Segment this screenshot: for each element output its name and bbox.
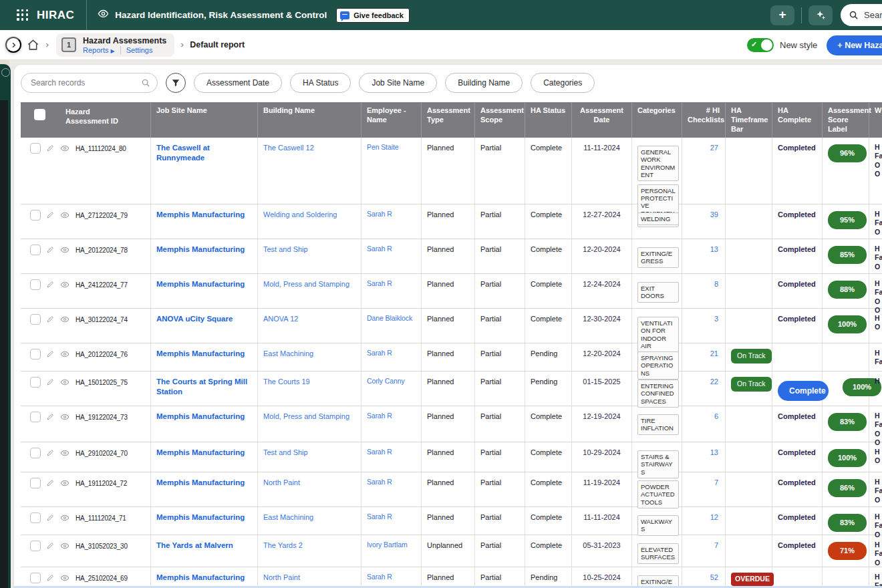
checklist-count-link[interactable]: 13 (688, 448, 720, 457)
column-header-employee[interactable]: Employee - Name (361, 102, 422, 138)
edit-pencil-icon[interactable] (46, 478, 55, 487)
building-link[interactable]: Welding and Soldering (263, 210, 337, 218)
reports-link[interactable]: Reports▶ (83, 46, 115, 54)
view-eye-icon[interactable] (60, 245, 69, 255)
checklist-count-link[interactable]: 7 (688, 541, 720, 550)
building-link[interactable]: Test and Ship (263, 448, 308, 456)
column-header-type[interactable]: Assessment Type (422, 102, 475, 138)
column-header-date[interactable]: Assessment Date (572, 102, 632, 138)
add-button[interactable]: + (770, 5, 794, 25)
edit-pencil-icon[interactable] (46, 349, 55, 358)
column-header-status[interactable]: HA Status (525, 102, 572, 138)
global-search-input[interactable]: Search this... (841, 4, 882, 26)
edit-pencil-icon[interactable] (46, 144, 55, 152)
filter-button[interactable] (166, 73, 186, 93)
building-link[interactable]: Mold, Press and Stamping (263, 280, 349, 288)
building-link[interactable]: East Machining (263, 349, 313, 357)
checklist-count-link[interactable]: 12 (688, 512, 720, 522)
building-link[interactable]: The Courts 19 (263, 378, 310, 386)
edit-pencil-icon[interactable] (46, 513, 55, 522)
row-checkbox[interactable] (30, 512, 41, 523)
view-eye-icon[interactable] (60, 349, 69, 359)
view-eye-icon[interactable] (60, 478, 69, 488)
building-link[interactable]: Mold, Press and Stamping (263, 412, 349, 420)
row-checkbox[interactable] (30, 245, 41, 255)
column-header-scope[interactable]: Assessment Scope (475, 102, 525, 138)
job-site-link[interactable]: The Caswell at Runnymeade (156, 144, 210, 162)
give-feedback-button[interactable]: Give feedback (336, 8, 410, 23)
building-link[interactable]: Test and Ship (263, 245, 308, 253)
search-records-input[interactable]: Search records (21, 73, 158, 93)
filter-pill-assessment-date[interactable]: Assessment Date (194, 73, 282, 93)
column-header-timeframe[interactable]: HA Timeframe Bar (726, 102, 772, 138)
building-link[interactable]: East Machining (263, 513, 313, 521)
checklist-count-link[interactable]: 21 (688, 349, 720, 358)
row-checkbox[interactable] (30, 279, 41, 290)
column-header-w[interactable]: W (869, 102, 882, 138)
select-all-checkbox[interactable] (34, 109, 45, 120)
row-checkbox[interactable] (30, 573, 41, 583)
view-eye-icon[interactable] (60, 378, 69, 387)
filter-pill-ha-status[interactable]: HA Status (290, 73, 351, 93)
job-site-link[interactable]: Memphis Manufacturing (156, 448, 245, 456)
filter-pill-job-site-name[interactable]: Job Site Name (359, 73, 437, 93)
app-grid-icon[interactable] (17, 9, 29, 21)
job-site-link[interactable]: Memphis Manufacturing (156, 513, 245, 521)
row-checkbox[interactable] (30, 448, 41, 458)
column-header-building[interactable]: Building Name (258, 102, 361, 138)
job-site-link[interactable]: Memphis Manufacturing (156, 478, 245, 486)
column-header-categories[interactable]: Categories (632, 102, 682, 138)
checklist-count-link[interactable]: 39 (688, 210, 720, 219)
edit-pencil-icon[interactable] (46, 315, 55, 323)
employee-link[interactable]: Sarah R (367, 512, 392, 521)
employee-link[interactable]: Sarah R (367, 478, 392, 486)
building-link[interactable]: The Caswell 12 (263, 144, 314, 152)
home-icon[interactable] (27, 39, 39, 51)
checklist-count-link[interactable]: 7 (688, 478, 720, 487)
column-header-score[interactable]: Assessment Score Label (823, 102, 869, 138)
view-eye-icon[interactable] (60, 210, 69, 220)
view-eye-icon[interactable] (60, 280, 69, 289)
edit-pencil-icon[interactable] (46, 412, 55, 421)
row-checkbox[interactable] (30, 412, 41, 422)
row-checkbox[interactable] (30, 541, 41, 551)
checklist-count-link[interactable]: 22 (688, 377, 720, 386)
employee-link[interactable]: Sarah R (367, 245, 392, 253)
employee-link[interactable]: Sarah R (367, 573, 392, 581)
checklist-count-link[interactable]: 13 (688, 245, 720, 254)
building-link[interactable]: The Yards 2 (263, 541, 303, 549)
row-checkbox[interactable] (30, 349, 41, 359)
view-eye-icon[interactable] (60, 448, 69, 458)
row-checkbox[interactable] (30, 210, 41, 220)
row-checkbox[interactable] (30, 143, 41, 154)
complete-button[interactable]: Complete (778, 381, 829, 401)
job-site-link[interactable]: ANOVA uCity Square (156, 315, 233, 323)
job-site-link[interactable]: Memphis Manufacturing (156, 210, 245, 218)
checklist-count-link[interactable]: 27 (688, 143, 720, 152)
edit-pencil-icon[interactable] (46, 573, 55, 582)
building-link[interactable]: ANOVA 12 (263, 315, 298, 323)
checklist-count-link[interactable]: 52 (688, 573, 720, 582)
job-site-link[interactable]: Memphis Manufacturing (156, 412, 245, 420)
employee-link[interactable]: Ivory Bartlam (367, 541, 408, 549)
edit-pencil-icon[interactable] (46, 448, 55, 457)
sidebar-expand-icon[interactable] (1, 68, 10, 77)
filter-pill-categories[interactable]: Categories (531, 73, 595, 93)
column-header-select_id[interactable]: Hazard Assessment ID (21, 102, 151, 138)
building-link[interactable]: North Paint (263, 478, 300, 486)
employee-link[interactable]: Sarah R (367, 210, 392, 218)
employee-link[interactable]: Sarah R (367, 279, 392, 287)
job-site-link[interactable]: The Courts at Spring Mill Station (156, 378, 247, 396)
employee-link[interactable]: Sarah R (367, 448, 392, 456)
new-style-toggle[interactable]: ✓ (747, 38, 774, 52)
checklist-count-link[interactable]: 6 (688, 412, 720, 421)
view-eye-icon[interactable] (60, 573, 69, 583)
checklist-count-link[interactable]: 8 (688, 279, 720, 289)
row-checkbox[interactable] (30, 478, 41, 488)
employee-link[interactable]: Pen Staite (367, 143, 398, 151)
column-header-checklists[interactable]: # HI Checklists (682, 102, 726, 138)
collapse-panel-button[interactable] (5, 37, 21, 53)
column-header-complete[interactable]: HA Complete (772, 102, 823, 138)
view-eye-icon[interactable] (60, 541, 69, 551)
employee-link[interactable]: Sarah R (367, 349, 392, 357)
